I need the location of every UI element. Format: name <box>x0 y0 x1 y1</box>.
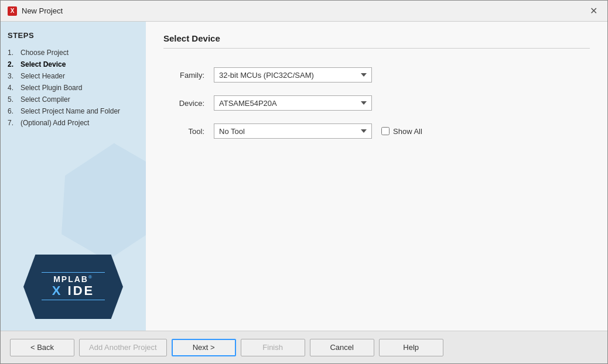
step-7-label: (Optional) Add Project <box>21 119 89 127</box>
dialog-title: New Project <box>22 6 63 15</box>
step-6-label: Select Project Name and Folder <box>21 107 120 115</box>
family-row: Family: 32-bit MCUs (PIC32C/SAM) <box>163 67 590 83</box>
step-5: 5. Select Compiler <box>8 94 139 105</box>
footer: < Back Add Another Project Next > Finish… <box>1 331 607 363</box>
device-select[interactable]: ATSAME54P20A <box>214 95 372 111</box>
cancel-button[interactable]: Cancel <box>310 339 374 356</box>
logo-area: MPLAB® X IDE <box>1 255 146 319</box>
new-project-dialog: X New Project ✕ Steps 1. Choose Project … <box>0 0 608 364</box>
tool-label: Tool: <box>163 127 204 136</box>
step-5-num: 5. <box>8 95 18 104</box>
xide-text: X IDE <box>52 284 94 298</box>
sidebar-watermark <box>39 130 146 274</box>
show-all-label[interactable]: Show All <box>381 127 422 136</box>
title-bar: X New Project ✕ <box>1 1 607 22</box>
tool-select[interactable]: No Tool <box>214 123 372 139</box>
mplab-logo: MPLAB® X IDE <box>23 255 123 319</box>
back-button[interactable]: < Back <box>10 339 74 356</box>
device-row: Device: ATSAME54P20A <box>163 95 590 111</box>
step-2-label: Select Device <box>21 60 66 68</box>
step-7: 7. (Optional) Add Project <box>8 117 139 129</box>
step-4-label: Select Plugin Board <box>21 84 82 92</box>
show-all-checkbox[interactable] <box>381 127 390 135</box>
step-5-label: Select Compiler <box>21 95 70 104</box>
steps-heading: Steps <box>8 31 139 40</box>
finish-button[interactable]: Finish <box>241 339 305 356</box>
device-label: Device: <box>163 99 204 108</box>
step-1-label: Choose Project <box>21 49 69 57</box>
title-bar-left: X New Project <box>8 6 63 16</box>
main-content: Steps 1. Choose Project 2. Select Device… <box>1 22 607 331</box>
steps-list: 1. Choose Project 2. Select Device 3. Se… <box>8 47 139 129</box>
tool-row: Tool: No Tool Show All <box>163 123 590 139</box>
step-7-num: 7. <box>8 119 18 127</box>
step-4: 4. Select Plugin Board <box>8 82 139 94</box>
step-2: 2. Select Device <box>8 59 139 70</box>
mplab-text: MPLAB® <box>52 274 94 284</box>
add-another-button[interactable]: Add Another Project <box>79 339 167 356</box>
show-all-text: Show All <box>393 127 422 136</box>
step-6: 6. Select Project Name and Folder <box>8 105 139 117</box>
sidebar: Steps 1. Choose Project 2. Select Device… <box>1 22 146 331</box>
step-1: 1. Choose Project <box>8 47 139 59</box>
step-3-label: Select Header <box>21 72 65 80</box>
logo-inner: MPLAB® X IDE <box>42 272 105 300</box>
content-panel: Select Device Family: 32-bit MCUs (PIC32… <box>146 22 607 331</box>
panel-title: Select Device <box>163 33 590 49</box>
step-3: 3. Select Header <box>8 70 139 82</box>
family-label: Family: <box>163 71 204 80</box>
step-3-num: 3. <box>8 72 18 80</box>
step-4-num: 4. <box>8 84 18 92</box>
next-button[interactable]: Next > <box>172 339 236 356</box>
step-1-num: 1. <box>8 49 18 57</box>
family-select[interactable]: 32-bit MCUs (PIC32C/SAM) <box>214 67 372 83</box>
app-icon: X <box>8 6 17 16</box>
step-6-num: 6. <box>8 107 18 115</box>
help-button[interactable]: Help <box>379 339 443 356</box>
close-button[interactable]: ✕ <box>586 4 600 18</box>
step-2-num: 2. <box>8 60 18 68</box>
form-area: Family: 32-bit MCUs (PIC32C/SAM) Device:… <box>163 67 590 139</box>
